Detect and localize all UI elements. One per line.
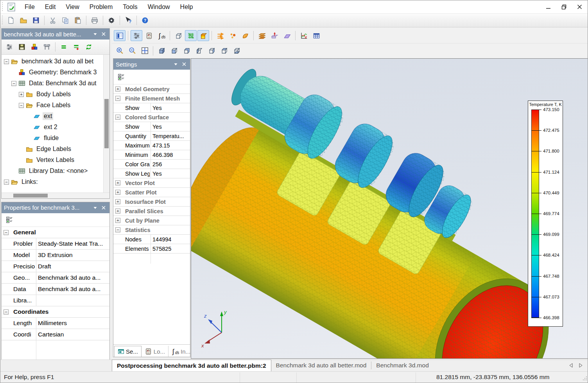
options-gear-button[interactable] bbox=[106, 15, 117, 26]
geometry-cubes-button[interactable] bbox=[29, 41, 40, 53]
collapse-icon[interactable]: − bbox=[115, 96, 120, 101]
grid-section-isosurface-plot[interactable]: +Isosurface Plot bbox=[113, 197, 190, 207]
view-isometric-button[interactable] bbox=[156, 45, 167, 56]
grid-section-coordinates[interactable]: −Coordinates bbox=[2, 306, 109, 318]
colored-surface-button[interactable] bbox=[197, 30, 209, 41]
refresh-button[interactable] bbox=[83, 41, 95, 53]
view-right-button[interactable] bbox=[206, 45, 217, 56]
cut-by-plane-button[interactable] bbox=[269, 30, 280, 41]
grid-row-minimum[interactable]: Minimum466.398 bbox=[113, 150, 190, 160]
resize-grip[interactable] bbox=[582, 376, 588, 383]
settings-tab-in[interactable]: ∫dsIn... bbox=[169, 346, 194, 357]
expand-icon[interactable]: + bbox=[115, 209, 120, 214]
grid-section-colored-surface[interactable]: −Colored Surface bbox=[113, 113, 190, 122]
collapse-icon[interactable]: − bbox=[4, 59, 9, 64]
collapse-icon[interactable]: − bbox=[11, 81, 16, 86]
cut-button[interactable] bbox=[47, 15, 59, 26]
context-help-button[interactable]: ? bbox=[122, 15, 134, 26]
category-view-icon[interactable] bbox=[4, 214, 15, 226]
collapse-icon[interactable]: − bbox=[4, 309, 9, 315]
tree-item-benchmark-3d-auto-all-bet[interactable]: −benchmark 3d auto all bet bbox=[2, 56, 103, 67]
legend-button[interactable] bbox=[114, 30, 125, 41]
menu-window[interactable]: Window bbox=[143, 1, 175, 13]
vector-plot-button[interactable] bbox=[214, 30, 226, 41]
grid-row-elements[interactable]: Elements575825 bbox=[113, 244, 190, 254]
parallel-slices-button[interactable] bbox=[256, 30, 268, 41]
grid-row-show[interactable]: ShowYes bbox=[113, 103, 190, 113]
grid-section-parallel-slices[interactable]: +Parallel Slices bbox=[113, 207, 190, 216]
grid-section-statistics[interactable]: −Statistics bbox=[113, 225, 190, 235]
collapse-icon[interactable]: − bbox=[4, 230, 9, 235]
table-button[interactable] bbox=[310, 30, 322, 41]
expand-icon[interactable]: + bbox=[115, 180, 120, 185]
paste-button[interactable] bbox=[72, 15, 84, 26]
not-equals-button[interactable] bbox=[70, 41, 82, 53]
grid-section-finite-element-mesh[interactable]: −Finite Element Mesh bbox=[113, 94, 190, 103]
links-pipe-button[interactable] bbox=[41, 41, 53, 53]
tree-vertical-scrollbar[interactable] bbox=[103, 55, 109, 192]
grid-row-model[interactable]: Model3D Extrusion bbox=[2, 250, 109, 261]
menu-tools[interactable]: Tools bbox=[118, 1, 142, 13]
equals-button[interactable] bbox=[58, 41, 70, 53]
tree-item-body-labels[interactable]: +Body Labels bbox=[2, 89, 103, 100]
document-tab-2[interactable]: Benchmark 3d auto all better.mod bbox=[271, 360, 371, 371]
document-tab-1[interactable]: Postprocessing benchmark 3d auto all bet… bbox=[112, 360, 271, 371]
close-button[interactable] bbox=[577, 4, 582, 10]
collapse-icon[interactable]: − bbox=[4, 180, 9, 185]
collapse-icon[interactable]: − bbox=[115, 227, 120, 232]
tree-item-fluide[interactable]: fluide bbox=[2, 133, 103, 144]
help-button[interactable]: ? bbox=[139, 15, 151, 26]
close-icon[interactable] bbox=[100, 31, 107, 38]
settings-tab-lo[interactable]: Lo... bbox=[142, 346, 169, 357]
wireframe-cube-button[interactable] bbox=[172, 30, 184, 41]
open-folder-button[interactable] bbox=[18, 15, 29, 26]
grid-row-show-leg[interactable]: Show LegYes bbox=[113, 169, 190, 178]
plane-button[interactable] bbox=[281, 30, 293, 41]
tree-item-links[interactable]: −Links: bbox=[2, 176, 103, 187]
panel-menu-button[interactable] bbox=[91, 204, 99, 211]
grid-row-maximum[interactable]: Maximum473.15 bbox=[113, 141, 190, 150]
mesh-button[interactable] bbox=[185, 30, 197, 41]
tree-item-geometry-benchmark-3[interactable]: Geometry: Benchmark 3 bbox=[2, 67, 103, 78]
grid-row-show[interactable]: ShowYes bbox=[113, 122, 190, 131]
grid-row-probler[interactable]: ProblerSteady-State Heat Tra... bbox=[2, 238, 109, 250]
grid-row-nodes[interactable]: Nodes144994 bbox=[113, 235, 190, 244]
grid-row-precisio[interactable]: PrecisioDraft bbox=[2, 261, 109, 272]
tab-scroll-right-icon[interactable] bbox=[579, 362, 583, 369]
expand-icon[interactable]: + bbox=[115, 190, 120, 195]
grid-section-general[interactable]: −General bbox=[2, 227, 109, 238]
tree-horizontal-scrollbar[interactable] bbox=[2, 192, 109, 198]
grid-row-libra[interactable]: Libra... bbox=[2, 295, 109, 306]
view-left-button[interactable] bbox=[193, 45, 205, 56]
minimize-button[interactable] bbox=[545, 4, 551, 10]
grid-row-data[interactable]: DataBenchmark 3d auto a... bbox=[2, 284, 109, 295]
collapse-icon[interactable]: − bbox=[19, 103, 24, 108]
scatter-plot-button[interactable] bbox=[227, 30, 238, 41]
tree-item-ext-2[interactable]: ext 2 bbox=[2, 122, 103, 133]
expand-icon[interactable]: + bbox=[115, 218, 120, 223]
save-button[interactable] bbox=[30, 15, 42, 26]
plot-settings-button[interactable] bbox=[131, 30, 142, 41]
integral-button[interactable]: ∫ds bbox=[156, 30, 167, 41]
collapse-icon[interactable]: − bbox=[115, 115, 120, 120]
menu-edit[interactable]: Edit bbox=[40, 1, 61, 13]
settings-tab-se[interactable]: Se... bbox=[114, 346, 142, 357]
grid-row-geo[interactable]: Geo...Benchmark 3d auto a... bbox=[2, 272, 109, 284]
grid-row-quantity[interactable]: QuantityTemperatu... bbox=[113, 131, 190, 141]
tree-item-vertex-labels[interactable]: Vertex Labels bbox=[2, 155, 103, 165]
expand-icon[interactable]: + bbox=[19, 92, 24, 97]
expand-icon[interactable]: + bbox=[115, 199, 120, 204]
panel-menu-button[interactable] bbox=[172, 61, 179, 68]
zoom-in-button[interactable] bbox=[114, 45, 125, 56]
tree-item-face-labels[interactable]: −Face Labels bbox=[2, 100, 103, 111]
zoom-window-button[interactable] bbox=[139, 45, 151, 56]
grid-section-model-geometry[interactable]: +Model Geometry bbox=[113, 85, 190, 94]
grid-section-cut-by-plane[interactable]: +Cut by Plane bbox=[113, 216, 190, 225]
close-icon[interactable] bbox=[181, 61, 188, 68]
filter-sliders-button[interactable] bbox=[4, 41, 15, 53]
zoom-out-button[interactable] bbox=[126, 45, 138, 56]
viewport-3d[interactable]: y z x Temperature T, K 473.150472.475471… bbox=[191, 58, 588, 359]
grid-row-coordi[interactable]: CoordiCartesian bbox=[2, 329, 109, 340]
isosurface-button[interactable] bbox=[239, 30, 251, 41]
tree-item-edge-labels[interactable]: Edge Labels bbox=[2, 144, 103, 155]
